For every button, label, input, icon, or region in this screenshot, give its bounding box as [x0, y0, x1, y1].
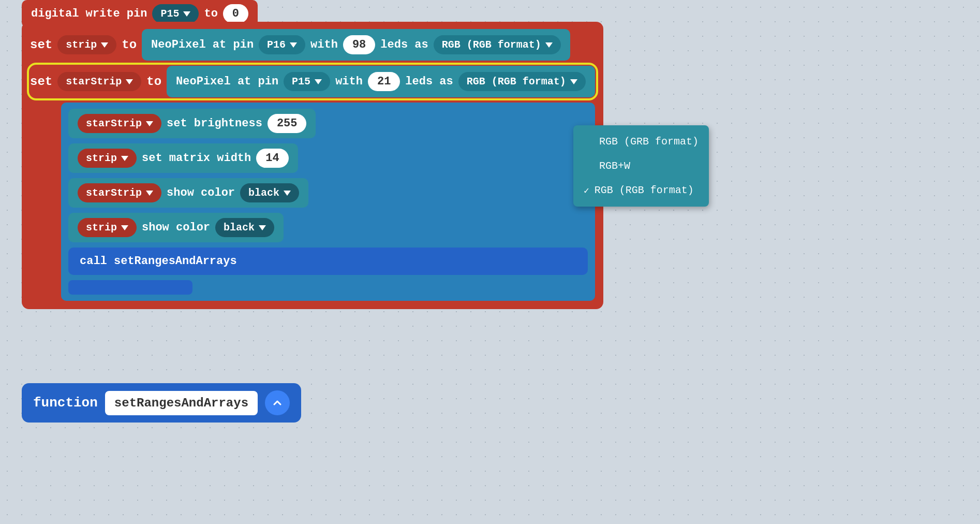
function-block: function setRangesAndArrays [22, 383, 301, 423]
inner-row-strip-color: strip show color black [68, 213, 588, 242]
arrow-down-icon [121, 156, 128, 161]
starstrip-color-dropdown[interactable]: black [240, 183, 299, 202]
row2-with-label: with [335, 75, 363, 88]
arrow-down-icon [570, 79, 577, 84]
inner-row-matrix: strip set matrix width 14 [68, 143, 588, 173]
row2-starstrip: set starStrip to NeoPixel at pin P15 wit… [30, 66, 595, 97]
starstrip-var-color[interactable]: starStrip [78, 183, 161, 202]
arrow-down-icon [259, 225, 266, 230]
arrow-down-icon [121, 225, 128, 230]
check-mark-icon: ✓ [584, 185, 589, 196]
row1-leds-value[interactable]: 98 [343, 35, 375, 54]
row2-leds-value[interactable]: 21 [368, 72, 400, 91]
row1-neopixel-label: NeoPixel at pin [151, 38, 254, 51]
function-label: function [33, 395, 98, 411]
row1-variable-dropdown[interactable]: strip [57, 35, 116, 54]
row2-variable-dropdown[interactable]: starStrip [57, 72, 141, 91]
inner-row-brightness: starStrip set brightness 255 [68, 109, 588, 138]
arrow-down-icon [284, 191, 291, 196]
arrow-down-icon [315, 79, 322, 84]
strip-color-dropdown[interactable]: black [215, 218, 274, 237]
row1-as-label: leds as [380, 38, 428, 51]
dropdown-item-rgb-label: RGB (RGB format) [595, 184, 694, 196]
inner-row-starstrip-color: starStrip show color black [68, 178, 588, 208]
call-block[interactable]: call setRangesAndArrays [68, 248, 588, 275]
top-partial-label2: to [204, 7, 217, 20]
format-dropdown-menu: RGB (GRB format) RGB+W ✓ RGB (RGB format… [573, 125, 709, 207]
dropdown-item-grb[interactable]: RGB (GRB format) [573, 129, 709, 154]
blue-cap [68, 280, 192, 295]
starstrip-color-block: starStrip show color black [68, 178, 308, 208]
strip-var-color[interactable]: strip [78, 218, 137, 237]
row2-as-label: leds as [405, 75, 453, 88]
function-name[interactable]: setRangesAndArrays [105, 391, 258, 415]
matrix-value[interactable]: 14 [256, 149, 288, 168]
matrix-block: strip set matrix width 14 [68, 143, 298, 173]
row1-strip: set strip to NeoPixel at pin P16 with 98… [30, 29, 595, 61]
row2-neopixel-label: NeoPixel at pin [176, 75, 278, 88]
row2-format-dropdown[interactable]: RGB (RGB format) [458, 72, 586, 91]
pin-dropdown-p15-top[interactable]: P15 [152, 4, 199, 23]
row1-pin-dropdown[interactable]: P16 [259, 35, 305, 54]
arrow-down-icon [146, 191, 153, 196]
arrow-down-icon [545, 42, 553, 48]
brightness-value[interactable]: 255 [268, 114, 307, 133]
dropdown-item-rgbw-label: RGB+W [599, 160, 630, 172]
strip-color-block: strip show color black [68, 213, 284, 242]
row1-set-label: set [30, 38, 52, 52]
arrow-down-icon [126, 79, 133, 84]
function-collapse-icon[interactable] [265, 390, 290, 415]
brightness-action: set brightness [167, 117, 262, 130]
dropdown-item-rgb-selected[interactable]: ✓ RGB (RGB format) [573, 178, 709, 202]
value-zero[interactable]: 0 [223, 4, 248, 23]
arrow-down-icon [290, 42, 297, 48]
arrow-down-icon [183, 11, 190, 17]
row1-with-label: with [310, 38, 338, 51]
row2-set-label: set [30, 75, 52, 89]
top-partial-label1: digital write pin [31, 7, 147, 20]
main-red-wrapper: set strip to NeoPixel at pin P16 with 98… [22, 22, 603, 309]
dropdown-item-grb-label: RGB (GRB format) [599, 136, 699, 148]
row2-pin-dropdown[interactable]: P15 [284, 72, 330, 91]
row1-neopixel-block: NeoPixel at pin P16 with 98 leds as RGB … [142, 29, 570, 61]
arrow-down-icon [146, 121, 153, 126]
row2-neopixel-block: NeoPixel at pin P15 with 21 leds as RGB … [167, 66, 595, 97]
row1-format-dropdown[interactable]: RGB (RGB format) [434, 35, 561, 54]
row1-to-label: to [122, 38, 137, 52]
strip-show-action: show color [142, 221, 210, 234]
dropdown-item-rgbw[interactable]: RGB+W [573, 154, 709, 178]
arrow-down-icon [101, 42, 108, 48]
starstrip-show-action: show color [167, 186, 235, 199]
indented-blocks: starStrip set brightness 255 strip set m… [61, 103, 595, 301]
brightness-block: starStrip set brightness 255 [68, 109, 316, 138]
starstrip-var-brightness[interactable]: starStrip [78, 114, 161, 133]
row2-to-label: to [146, 75, 161, 89]
matrix-action: set matrix width [142, 152, 251, 165]
strip-var-matrix[interactable]: strip [78, 149, 137, 168]
